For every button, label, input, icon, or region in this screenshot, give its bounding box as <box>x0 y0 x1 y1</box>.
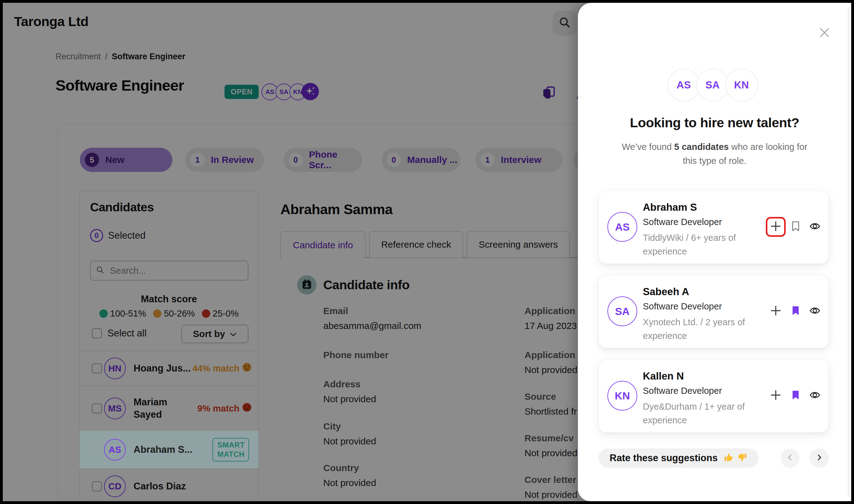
candidate-row-abraham[interactable]: AS Abraham S... SMART MATCH <box>80 431 258 469</box>
avatar: SA <box>607 296 637 326</box>
suggestion-role: Software Developer <box>643 301 722 311</box>
plus-icon <box>769 389 782 403</box>
rate-suggestions-pill: Rate these suggestions <box>598 448 759 468</box>
view-candidate-button[interactable] <box>807 388 822 403</box>
candidate-name: Abraham S... <box>134 444 193 456</box>
rate-label: Rate these suggestions <box>610 452 718 464</box>
add-candidate-button[interactable] <box>768 388 783 403</box>
suggestion-card-sabeeh: SA Sabeeh A Software Developer Xynotech … <box>598 275 829 348</box>
suggestion-role: Software Developer <box>643 217 722 227</box>
view-candidate-button[interactable] <box>807 219 822 234</box>
eye-icon <box>808 390 822 402</box>
avatar: AS <box>104 439 126 461</box>
subtitle-count: 5 candidates <box>674 142 729 152</box>
suggestions-drawer: AS SA KN Looking to hire new talent? We’… <box>578 3 851 501</box>
add-candidate-button[interactable] <box>768 304 783 319</box>
view-candidate-button[interactable] <box>807 304 822 319</box>
plus-icon <box>769 304 782 319</box>
suggestion-name: Abraham S <box>643 201 697 213</box>
close-icon <box>818 26 831 40</box>
suggestions-avatar-group: AS SA KN <box>578 69 851 102</box>
avatar: AS <box>667 69 700 102</box>
suggestion-card-abraham: AS Abraham S Software Developer TiddlyWi… <box>598 191 829 264</box>
next-suggestions-button[interactable] <box>809 448 829 468</box>
bookmark-button[interactable] <box>788 304 803 319</box>
rate-thumbs <box>723 452 748 464</box>
suggestions-title: Looking to hire new talent? <box>578 115 851 130</box>
suggestion-meta: Dye&Durham / 1+ year of experience <box>643 400 752 427</box>
subtitle-prefix: We’ve found <box>622 142 674 152</box>
suggestion-card-kallen: KN Kallen N Software Developer Dye&Durha… <box>598 359 829 433</box>
suggestion-role: Software Developer <box>643 386 722 396</box>
suggestions-subtitle: We’ve found 5 candidates who are looking… <box>622 140 808 168</box>
eye-icon <box>808 221 822 233</box>
add-candidate-button[interactable] <box>768 219 783 234</box>
bookmark-button[interactable] <box>788 219 803 234</box>
suggestion-meta: Xynotech Ltd. / 2 years of experience <box>643 316 752 343</box>
bookmark-filled-icon <box>791 305 800 317</box>
avatar: SA <box>696 69 729 102</box>
thumbs-down-icon[interactable] <box>737 452 748 464</box>
eye-icon <box>808 305 822 318</box>
avatar: KN <box>607 381 637 411</box>
recruitment-app: Taronga Ltd Recruitment / Software Engin… <box>3 3 851 501</box>
chevron-left-icon <box>785 453 795 463</box>
screenshot-frame: Taronga Ltd Recruitment / Software Engin… <box>0 0 854 504</box>
suggestion-name: Sabeeh A <box>643 286 689 298</box>
suggestion-name: Kallen N <box>643 370 684 382</box>
row-checkbox[interactable] <box>92 445 102 455</box>
plus-icon <box>769 220 782 234</box>
thumbs-up-icon[interactable] <box>723 452 734 464</box>
close-drawer-button[interactable] <box>817 26 832 41</box>
bookmark-filled-icon <box>791 390 800 401</box>
bookmark-icon <box>791 221 800 233</box>
avatar: KN <box>725 69 758 102</box>
chevron-right-icon <box>815 453 824 463</box>
suggestion-meta: TiddlyWiki / 6+ years of experience <box>643 231 752 258</box>
previous-suggestions-button[interactable] <box>780 448 800 468</box>
avatar: AS <box>607 212 637 242</box>
smart-match-badge: SMART MATCH <box>212 438 249 462</box>
bookmark-button[interactable] <box>788 388 803 403</box>
